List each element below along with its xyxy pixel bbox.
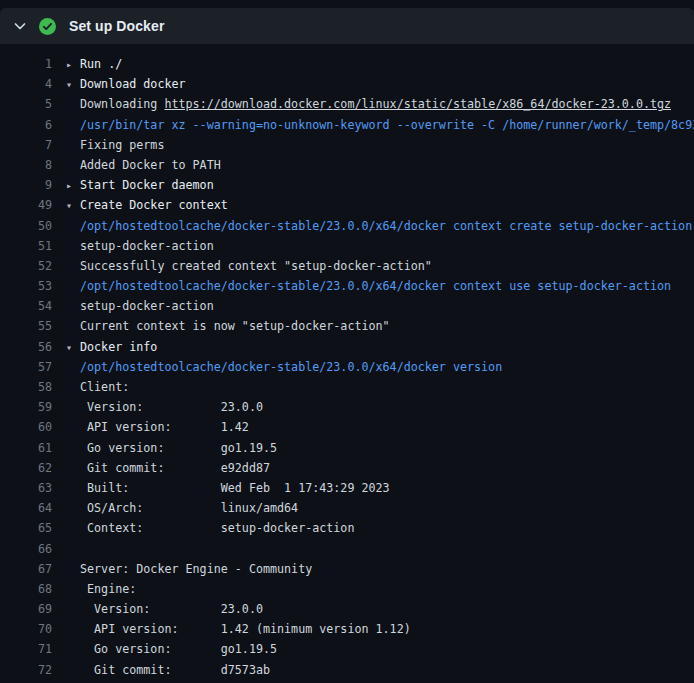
log-text-segment: /usr/bin/tar xz --warning=no-unknown-key… <box>80 118 694 132</box>
log-link[interactable]: https://download.docker.com/linux/static… <box>164 97 671 111</box>
log-text-segment: setup-docker-action <box>80 299 214 313</box>
log-text-segment: Context: setup-docker-action <box>80 521 354 535</box>
line-content: Context: setup-docker-action <box>52 518 354 538</box>
log-text-segment: Git commit: d7573ab <box>80 663 270 677</box>
line-number[interactable]: 5 <box>0 94 52 114</box>
line-content: Version: 23.0.0 <box>52 599 263 619</box>
chevron-expanded-icon[interactable]: ▾ <box>66 196 80 215</box>
log-text-segment: Engine: <box>80 582 136 596</box>
line-number[interactable]: 69 <box>0 599 52 619</box>
line-content: Built: Wed Feb 1 17:43:29 2023 <box>52 478 390 498</box>
line-number[interactable]: 65 <box>0 518 52 538</box>
log-text-segment: Docker info <box>80 340 157 354</box>
log-text-segment: Start Docker daemon <box>80 178 214 192</box>
log-group-line[interactable]: 1▸Run ./ <box>0 54 694 74</box>
line-number[interactable]: 59 <box>0 397 52 417</box>
line-number[interactable]: 57 <box>0 357 52 377</box>
line-number[interactable]: 66 <box>0 539 52 559</box>
log-line: 63 Built: Wed Feb 1 17:43:29 2023 <box>0 478 694 498</box>
line-number[interactable]: 8 <box>0 155 52 175</box>
line-number[interactable]: 68 <box>0 579 52 599</box>
log-text-segment: Version: 23.0.0 <box>80 602 263 616</box>
line-content: Downloading https://download.docker.com/… <box>52 94 671 114</box>
line-number[interactable]: 56 <box>0 337 52 357</box>
line-content: Client: <box>52 377 129 397</box>
line-number[interactable]: 67 <box>0 559 52 579</box>
log-text-segment: Run ./ <box>80 57 122 71</box>
log-line: 62 Git commit: e92dd87 <box>0 458 694 478</box>
log-line: 68 Engine: <box>0 579 694 599</box>
line-number[interactable]: 52 <box>0 256 52 276</box>
log-line: 8Added Docker to PATH <box>0 155 694 175</box>
line-content: /opt/hostedtoolcache/docker-stable/23.0.… <box>52 216 692 236</box>
chevron-expanded-icon[interactable]: ▾ <box>66 338 80 357</box>
line-number[interactable]: 49 <box>0 195 52 215</box>
line-number[interactable]: 58 <box>0 377 52 397</box>
log-group-line[interactable]: 56▾Docker info <box>0 337 694 357</box>
line-content <box>52 539 80 559</box>
line-content: API version: 1.42 <box>52 417 249 437</box>
line-number[interactable]: 6 <box>0 115 52 135</box>
log-line: 54setup-docker-action <box>0 296 694 316</box>
log-text-segment: Create Docker context <box>80 198 228 212</box>
line-content: ▸Run ./ <box>52 54 122 74</box>
line-number[interactable]: 70 <box>0 619 52 639</box>
actions-log-viewer: Set up Docker 1▸Run ./4▾Download docker5… <box>0 8 694 683</box>
chevron-down-icon[interactable] <box>12 18 28 34</box>
step-header[interactable]: Set up Docker <box>0 8 694 44</box>
log-line: 57/opt/hostedtoolcache/docker-stable/23.… <box>0 357 694 377</box>
log-text-segment: API version: 1.42 (minimum version 1.12) <box>80 622 411 636</box>
log-text-segment: setup-docker-action <box>80 239 214 253</box>
log-group-line[interactable]: 9▸Start Docker daemon <box>0 175 694 195</box>
line-number[interactable]: 60 <box>0 417 52 437</box>
log-text-segment: Version: 23.0.0 <box>80 400 263 414</box>
line-content: Git commit: d7573ab <box>52 660 270 680</box>
line-number[interactable]: 61 <box>0 438 52 458</box>
line-content: setup-docker-action <box>52 296 214 316</box>
line-number[interactable]: 1 <box>0 54 52 74</box>
log-line: 60 API version: 1.42 <box>0 417 694 437</box>
line-number[interactable]: 53 <box>0 276 52 296</box>
log-line: 58Client: <box>0 377 694 397</box>
log-line: 61 Go version: go1.19.5 <box>0 438 694 458</box>
log-group-line[interactable]: 4▾Download docker <box>0 74 694 94</box>
line-number[interactable]: 51 <box>0 236 52 256</box>
chevron-collapsed-icon[interactable]: ▸ <box>66 176 80 195</box>
log-group-line[interactable]: 49▾Create Docker context <box>0 195 694 215</box>
line-content: ▾Download docker <box>52 74 186 94</box>
chevron-collapsed-icon[interactable]: ▸ <box>66 55 80 74</box>
line-number[interactable]: 72 <box>0 660 52 680</box>
line-number[interactable]: 50 <box>0 216 52 236</box>
line-content: Fixing perms <box>52 135 164 155</box>
line-number[interactable]: 63 <box>0 478 52 498</box>
log-line: 51setup-docker-action <box>0 236 694 256</box>
line-number[interactable]: 54 <box>0 296 52 316</box>
line-number[interactable]: 64 <box>0 498 52 518</box>
log-text-segment: Fixing perms <box>80 138 164 152</box>
log-line: 72 Git commit: d7573ab <box>0 660 694 680</box>
log-line: 65 Context: setup-docker-action <box>0 518 694 538</box>
line-content: Git commit: e92dd87 <box>52 458 270 478</box>
line-number[interactable]: 62 <box>0 458 52 478</box>
line-content: ▸Start Docker daemon <box>52 175 214 195</box>
log-text-segment: Downloading <box>80 97 164 111</box>
line-number[interactable]: 7 <box>0 135 52 155</box>
log-text-segment: Successfully created context "setup-dock… <box>80 259 432 273</box>
log-text-segment: Client: <box>80 380 129 394</box>
log-text-segment: /opt/hostedtoolcache/docker-stable/23.0.… <box>80 279 671 293</box>
log-text-segment: /opt/hostedtoolcache/docker-stable/23.0.… <box>80 219 692 233</box>
line-content: Server: Docker Engine - Community <box>52 559 312 579</box>
line-content: Added Docker to PATH <box>52 155 221 175</box>
line-content: OS/Arch: linux/amd64 <box>52 498 298 518</box>
log-line: 5Downloading https://download.docker.com… <box>0 94 694 114</box>
line-number[interactable]: 55 <box>0 316 52 336</box>
log-text-segment: API version: 1.42 <box>80 420 249 434</box>
log-line: 55Current context is now "setup-docker-a… <box>0 316 694 336</box>
log-line: 59 Version: 23.0.0 <box>0 397 694 417</box>
line-content: API version: 1.42 (minimum version 1.12) <box>52 619 411 639</box>
chevron-expanded-icon[interactable]: ▾ <box>66 75 80 94</box>
line-content: Go version: go1.19.5 <box>52 438 277 458</box>
line-number[interactable]: 9 <box>0 175 52 195</box>
line-number[interactable]: 4 <box>0 74 52 94</box>
line-number[interactable]: 71 <box>0 639 52 659</box>
